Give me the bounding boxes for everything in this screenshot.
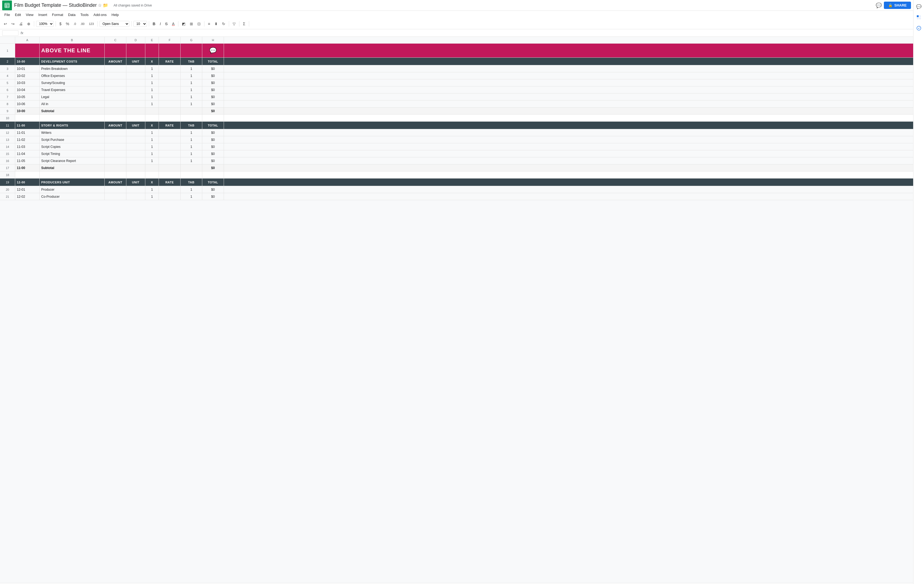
cell-4f[interactable] xyxy=(159,72,181,79)
cell-16b[interactable]: Script Clearance Report xyxy=(40,157,105,164)
cell-14f[interactable] xyxy=(159,143,181,150)
col-header-g[interactable]: G xyxy=(181,37,202,43)
col-header-d[interactable]: D xyxy=(126,37,145,43)
cell-2c[interactable]: AMOUNT xyxy=(105,58,126,65)
cell-8a[interactable]: 10-06 xyxy=(15,100,40,107)
print-button[interactable]: 🖨 xyxy=(17,21,25,27)
cell-4g[interactable]: 1 xyxy=(181,72,202,79)
cell-6f[interactable] xyxy=(159,86,181,93)
cell-3f[interactable] xyxy=(159,65,181,72)
cell-3g[interactable]: 1 xyxy=(181,65,202,72)
cell-6e[interactable]: 1 xyxy=(145,86,159,93)
cell-19f[interactable]: RATE xyxy=(159,179,181,186)
menu-addons[interactable]: Add-ons xyxy=(91,12,109,17)
textcolor-button[interactable]: A xyxy=(170,21,176,27)
cell-17f[interactable] xyxy=(159,165,181,171)
cell-1b[interactable]: ABOVE THE LINE xyxy=(40,44,105,58)
format123-button[interactable]: 123 xyxy=(87,21,96,26)
cell-15b[interactable]: Script Timing xyxy=(40,150,105,157)
cell-9b[interactable]: Subtotal xyxy=(40,107,105,114)
cell-13e[interactable]: 1 xyxy=(145,136,159,143)
cell-17e[interactable] xyxy=(145,165,159,171)
percent-button[interactable]: % xyxy=(64,21,71,27)
cell-11f[interactable]: RATE xyxy=(159,122,181,129)
cell-7a[interactable]: 10-05 xyxy=(15,94,40,100)
cell-3a[interactable]: 10-01 xyxy=(15,65,40,72)
cell-15a[interactable]: 11-04 xyxy=(15,150,40,157)
cell-21e[interactable]: 1 xyxy=(145,193,159,200)
cell-6g[interactable]: 1 xyxy=(181,86,202,93)
cell-20h[interactable]: $0 xyxy=(202,186,224,193)
col-header-a[interactable]: A xyxy=(15,37,40,43)
cell-18g[interactable] xyxy=(181,171,202,178)
cell-1e[interactable] xyxy=(145,44,159,58)
doc-title[interactable]: Film Budget Template — StudioBinder xyxy=(14,2,97,8)
menu-help[interactable]: Help xyxy=(109,12,121,17)
cell-18a[interactable] xyxy=(15,171,40,178)
cell-21g[interactable]: 1 xyxy=(181,193,202,200)
cell-13d[interactable] xyxy=(126,136,145,143)
cell-12a[interactable]: 11-01 xyxy=(15,129,40,136)
fillcolor-button[interactable]: ◩ xyxy=(180,21,187,27)
halign-button[interactable]: ≡ xyxy=(206,21,212,27)
cell-14c[interactable] xyxy=(105,143,126,150)
menu-view[interactable]: View xyxy=(23,12,36,17)
cell-4a[interactable]: 10-02 xyxy=(15,72,40,79)
menu-data[interactable]: Data xyxy=(66,12,78,17)
cell-3c[interactable] xyxy=(105,65,126,72)
cell-4c[interactable] xyxy=(105,72,126,79)
cell-11d[interactable]: UNIT xyxy=(126,122,145,129)
cell-11e[interactable]: X xyxy=(145,122,159,129)
cell-15f[interactable] xyxy=(159,150,181,157)
cell-16f[interactable] xyxy=(159,157,181,164)
cell-2b[interactable]: DEVELOPMENT COSTS xyxy=(40,58,105,65)
cell-7d[interactable] xyxy=(126,94,145,100)
cell-3d[interactable] xyxy=(126,65,145,72)
cell-18f[interactable] xyxy=(159,171,181,178)
cell-21b[interactable]: Co-Producer xyxy=(40,193,105,200)
cell-17c[interactable] xyxy=(105,165,126,171)
cell-9d[interactable] xyxy=(126,107,145,114)
cell-21f[interactable] xyxy=(159,193,181,200)
cell-16g[interactable]: 1 xyxy=(181,157,202,164)
cell-20f[interactable] xyxy=(159,186,181,193)
cell-5f[interactable] xyxy=(159,79,181,86)
cell-16d[interactable] xyxy=(126,157,145,164)
cell-19c[interactable]: AMOUNT xyxy=(105,179,126,186)
cell-10b[interactable] xyxy=(40,115,105,121)
cell-12c[interactable] xyxy=(105,129,126,136)
cell-6h[interactable]: $0 xyxy=(202,86,224,93)
comment-button[interactable]: 💬 xyxy=(876,2,882,8)
cell-3h[interactable]: $0 xyxy=(202,65,224,72)
cell-19h[interactable]: TOTAL xyxy=(202,179,224,186)
cell-17b[interactable]: Subtotal xyxy=(40,165,105,171)
decimal-more-button[interactable]: .00 xyxy=(79,21,86,26)
cell-12g[interactable]: 1 xyxy=(181,129,202,136)
cell-11a[interactable]: 11-00 xyxy=(15,122,40,129)
cell-13c[interactable] xyxy=(105,136,126,143)
formula-sum-button[interactable]: Σ xyxy=(241,21,247,27)
cell-16e[interactable]: 1 xyxy=(145,157,159,164)
cell-15e[interactable]: 1 xyxy=(145,150,159,157)
cell-10d[interactable] xyxy=(126,115,145,121)
cell-17d[interactable] xyxy=(126,165,145,171)
cell-8f[interactable] xyxy=(159,100,181,107)
cell-14d[interactable] xyxy=(126,143,145,150)
bold-button[interactable]: B xyxy=(151,21,157,27)
redo-button[interactable]: ↪ xyxy=(10,21,16,27)
cell-21c[interactable] xyxy=(105,193,126,200)
cell-18h[interactable] xyxy=(202,171,224,178)
cell-7g[interactable]: 1 xyxy=(181,94,202,100)
cell-10h[interactable] xyxy=(202,115,224,121)
cell-12d[interactable] xyxy=(126,129,145,136)
cell-1a[interactable] xyxy=(15,44,40,58)
share-button[interactable]: 🔒 SHARE xyxy=(884,2,911,9)
cell-11h[interactable]: TOTAL xyxy=(202,122,224,129)
cell-18c[interactable] xyxy=(105,171,126,178)
cell-1d[interactable] xyxy=(126,44,145,58)
star-icon[interactable]: ☆ xyxy=(98,3,102,8)
cell-4h[interactable]: $0 xyxy=(202,72,224,79)
cell-15c[interactable] xyxy=(105,150,126,157)
cell-reference-input[interactable] xyxy=(2,30,18,36)
valign-button[interactable]: ⬍ xyxy=(213,21,219,27)
